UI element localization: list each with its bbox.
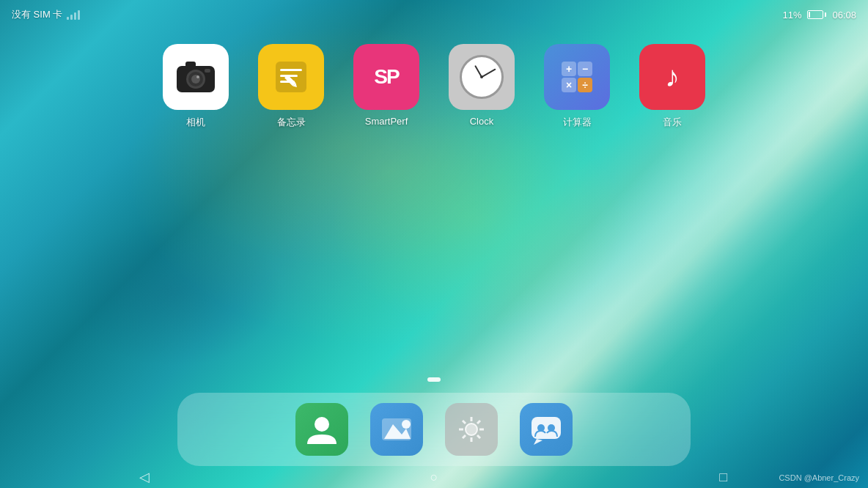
memo-icon-bg [258,44,324,110]
battery-tip [825,12,826,17]
svg-line-34 [463,435,466,438]
clock-face [460,55,504,99]
app-memo[interactable]: 备忘录 [258,44,324,129]
nav-bar: ◁ ○ □ [0,466,868,488]
signal-bar-3 [74,12,76,20]
signal-bar-2 [70,15,73,20]
photos-icon [378,411,415,448]
music-svg: ♪ [651,56,694,98]
svg-text:÷: ÷ [582,79,588,91]
camera-label: 相机 [186,116,205,129]
calculator-label: 计算器 [563,116,592,129]
home-button[interactable]: ○ [419,468,449,486]
smartperf-text: SP [374,65,398,89]
app-calculator[interactable]: + − × ÷ 计算器 [544,44,610,129]
svg-point-22 [315,417,329,432]
contacts-icon [304,411,340,448]
svg-rect-1 [185,62,196,67]
svg-rect-6 [205,69,210,73]
recent-button[interactable]: □ [709,468,738,486]
watermark: CSDN @Abner_Crazy [779,473,859,482]
svg-rect-8 [280,69,302,71]
music-label: 音乐 [663,116,682,129]
app-music[interactable]: ♪ 音乐 [639,44,705,129]
svg-text:♪: ♪ [665,60,680,92]
messages-icon [528,411,564,448]
back-button[interactable]: ◁ [130,468,159,486]
svg-line-32 [477,435,480,438]
svg-text:−: − [582,63,588,75]
signal-bar-4 [78,10,80,20]
calculator-icon-bg: + − × ÷ [544,44,610,110]
svg-point-5 [196,75,199,78]
app-camera[interactable]: 相机 [163,44,229,129]
page-dot-active [427,377,441,382]
calculator-svg: + − × ÷ [556,56,598,98]
smartperf-label: SmartPerf [365,116,408,127]
music-icon-bg: ♪ [639,44,705,110]
dock [177,393,691,466]
memo-label: 备忘录 [277,116,306,129]
svg-marker-36 [534,439,542,445]
svg-line-33 [477,421,480,424]
svg-point-26 [466,424,477,435]
no-sim-text: 没有 SIM 卡 [12,8,62,21]
svg-point-25 [402,420,411,429]
time-display: 06:08 [832,10,856,21]
camera-svg [174,59,218,95]
smartperf-icon-bg: SP [353,44,419,110]
signal-bar-1 [67,17,69,20]
camera-icon-bg [163,44,229,110]
app-smartperf[interactable]: SP SmartPerf [353,44,419,129]
status-right: 11% 06:08 [782,10,856,21]
dock-photos[interactable] [370,403,423,456]
svg-line-31 [463,421,466,424]
svg-text:+: + [566,63,572,75]
app-grid: 相机 备忘录 SP SmartPerf [0,44,868,129]
dock-settings[interactable] [445,403,498,456]
settings-icon [453,411,490,448]
status-left: 没有 SIM 卡 [12,8,80,21]
app-clock[interactable]: Clock [449,44,515,129]
clock-label: Clock [470,116,494,127]
svg-text:×: × [566,79,572,91]
page-indicator [427,377,441,382]
battery-icon [807,10,826,19]
dock-contacts[interactable] [295,403,348,456]
dock-messages[interactable] [520,403,573,456]
signal-bars [67,10,80,20]
battery-percent: 11% [782,10,801,21]
clock-minute-hand [482,68,496,77]
battery-fill [809,12,810,18]
battery-body [807,10,823,19]
clock-icon-bg [449,44,515,110]
memo-svg [270,56,312,98]
clock-center-dot [480,75,483,78]
status-bar: 没有 SIM 卡 11% 06:08 [0,0,868,29]
